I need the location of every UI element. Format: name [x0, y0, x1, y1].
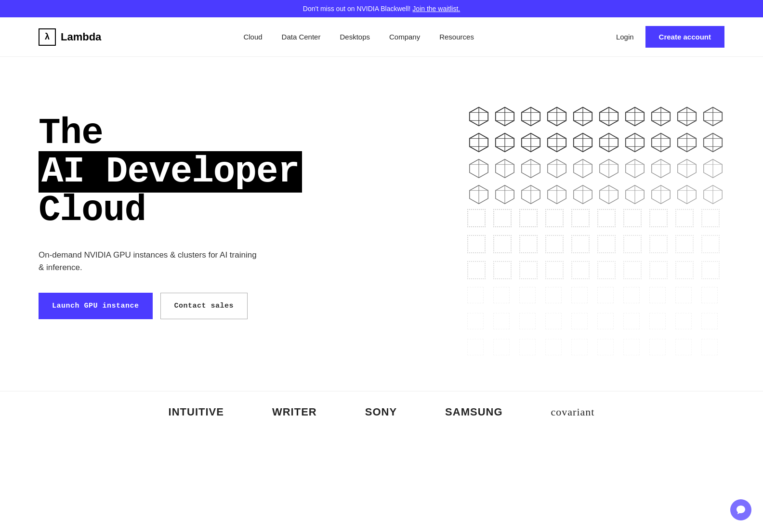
- gpu-cell: [649, 261, 668, 279]
- contact-sales-button[interactable]: Contact sales: [160, 293, 248, 319]
- gpu-cell: [493, 157, 516, 180]
- gpu-cell: [467, 313, 484, 329]
- gpu-cell: [649, 157, 672, 180]
- gpu-cell: [545, 105, 568, 128]
- gpu-cell: [675, 209, 694, 227]
- gpu-cell: [493, 313, 510, 329]
- gpu-cell: [623, 339, 640, 355]
- gpu-cell: [701, 209, 720, 227]
- gpu-cell: [519, 209, 538, 227]
- gpu-cell: [467, 105, 490, 128]
- gpu-cell: [649, 105, 672, 128]
- gpu-cell: [597, 157, 620, 180]
- hero-content: The AI Developer Cloud On-demand NVIDIA …: [39, 95, 318, 319]
- gpu-cell: [597, 261, 616, 279]
- gpu-cell: [519, 157, 542, 180]
- hero-title-highlighted: AI Developer: [39, 151, 302, 193]
- gpu-cell: [675, 183, 698, 206]
- gpu-cell: [493, 183, 516, 206]
- gpu-cell: [649, 287, 666, 303]
- hero-visual: [318, 95, 724, 362]
- gpu-cell: [467, 183, 490, 206]
- gpu-cell: [623, 313, 640, 329]
- gpu-cell: [597, 131, 620, 154]
- gpu-cell: [519, 339, 536, 355]
- gpu-cell: [701, 339, 718, 355]
- gpu-cell: [623, 131, 646, 154]
- gpu-cell: [675, 157, 698, 180]
- gpu-cell: [467, 157, 490, 180]
- gpu-cell: [545, 287, 562, 303]
- gpu-cell: [545, 183, 568, 206]
- gpu-cell: [597, 235, 616, 253]
- gpu-cell: [623, 261, 642, 279]
- gpu-cell: [519, 131, 542, 154]
- gpu-cell: [493, 287, 510, 303]
- gpu-cell: [519, 105, 542, 128]
- nav-links: Cloud Data Center Desktops Company Resou…: [243, 33, 474, 41]
- gpu-cell: [493, 209, 512, 227]
- gpu-cell: [545, 131, 568, 154]
- waitlist-link[interactable]: Join the waitlist.: [412, 5, 460, 13]
- nav-item-resources[interactable]: Resources: [439, 33, 474, 41]
- gpu-cell: [597, 209, 616, 227]
- logo-writer: WRITER: [272, 406, 317, 418]
- gpu-grid: [467, 105, 724, 362]
- logo-text: Lambda: [61, 31, 101, 43]
- main-nav: λ Lambda Cloud Data Center Desktops Comp…: [0, 17, 763, 57]
- gpu-cell: [519, 183, 542, 206]
- gpu-cell: [545, 313, 562, 329]
- gpu-cell: [519, 313, 536, 329]
- gpu-cell: [571, 157, 594, 180]
- gpu-cell: [649, 131, 672, 154]
- gpu-cell: [701, 235, 720, 253]
- gpu-cell: [675, 235, 694, 253]
- gpu-cell: [493, 235, 512, 253]
- gpu-cell: [467, 131, 490, 154]
- gpu-cell: [623, 235, 642, 253]
- gpu-cell: [493, 339, 510, 355]
- logo-samsung: SAMSUNG: [445, 406, 502, 418]
- gpu-cell: [571, 183, 594, 206]
- launch-gpu-button[interactable]: Launch GPU instance: [39, 293, 153, 319]
- gpu-cell: [571, 131, 594, 154]
- gpu-cell: [545, 235, 564, 253]
- gpu-cell: [701, 313, 718, 329]
- create-account-button[interactable]: Create account: [645, 26, 724, 48]
- nav-item-cloud[interactable]: Cloud: [243, 33, 262, 41]
- login-link[interactable]: Login: [616, 33, 634, 41]
- gpu-cell: [493, 131, 516, 154]
- gpu-cell: [675, 287, 692, 303]
- nav-actions: Login Create account: [616, 26, 724, 48]
- gpu-cell: [675, 131, 698, 154]
- hero-section: The AI Developer Cloud On-demand NVIDIA …: [0, 57, 763, 391]
- gpu-cell: [597, 287, 614, 303]
- nav-item-desktops[interactable]: Desktops: [340, 33, 370, 41]
- logo-intuitive: INTUITIVE: [169, 406, 224, 418]
- gpu-cell: [519, 235, 538, 253]
- hero-title: The AI Developer Cloud: [39, 115, 318, 230]
- gpu-cell: [545, 209, 564, 227]
- hero-buttons: Launch GPU instance Contact sales: [39, 293, 318, 319]
- gpu-cell: [467, 235, 486, 253]
- gpu-cell: [467, 209, 486, 227]
- gpu-cell: [623, 183, 646, 206]
- nav-item-company[interactable]: Company: [389, 33, 420, 41]
- gpu-cell: [571, 261, 590, 279]
- nav-item-datacenter[interactable]: Data Center: [282, 33, 321, 41]
- gpu-cell: [623, 287, 640, 303]
- gpu-cell: [545, 261, 564, 279]
- gpu-cell: [597, 313, 614, 329]
- gpu-cell: [493, 105, 516, 128]
- gpu-cell: [701, 183, 724, 206]
- gpu-cell: [519, 287, 536, 303]
- hero-title-line3: Cloud: [39, 190, 146, 231]
- gpu-cell: [571, 339, 588, 355]
- gpu-cell: [649, 339, 666, 355]
- gpu-cell: [597, 339, 614, 355]
- hero-title-line1: The: [39, 113, 103, 154]
- gpu-cell: [701, 131, 724, 154]
- gpu-cell: [649, 235, 668, 253]
- logo[interactable]: λ Lambda: [39, 28, 101, 46]
- banner-text: Don't miss out on NVIDIA Blackwell!: [303, 5, 413, 13]
